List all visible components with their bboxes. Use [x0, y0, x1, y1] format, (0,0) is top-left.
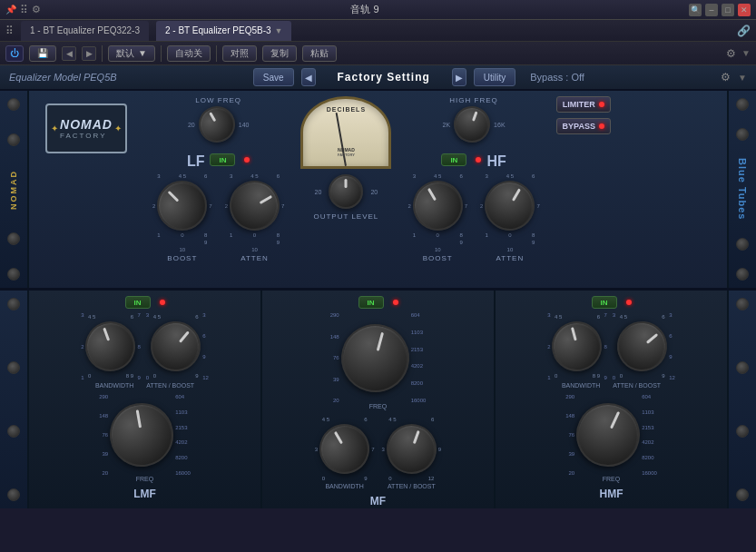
default-button[interactable]: 默认 ▼ — [108, 45, 155, 62]
screw-ll-2 — [7, 361, 20, 374]
low-freq-knob[interactable] — [191, 100, 241, 150]
lmf-bw-scale-right: 7 8 9 — [137, 312, 140, 380]
lmf-freq-scale-right: 604 1103 2153 4202 8200 16000 — [175, 394, 191, 476]
bypass-indicator — [599, 123, 604, 129]
logo-factory-text: FACTORY — [60, 132, 113, 140]
maximize-button[interactable]: □ — [722, 4, 734, 16]
upper-section: NOMAD ✦ NOMAD FACTORY — [0, 91, 756, 291]
paste-button[interactable]: 粘贴 — [302, 45, 337, 62]
utility-button[interactable]: Utility — [474, 68, 515, 86]
lmf-bandwidth-knob-col: 4 5 6 0 8 9 — [85, 314, 135, 379]
hmf-atten-label: ATTEN / BOOST — [613, 382, 661, 389]
copy-button[interactable]: 复制 — [262, 45, 297, 62]
lf-in-button[interactable]: IN — [210, 153, 235, 166]
mf-header: IN — [358, 296, 398, 309]
toolbar-separator3 — [216, 45, 217, 62]
mf-freq-knob[interactable] — [333, 316, 417, 399]
screw-top-left — [7, 98, 20, 111]
high-freq-knob[interactable] — [448, 101, 495, 147]
screw-ll-3 — [7, 425, 20, 438]
settings-icon-toolbar[interactable]: ⚙ — [726, 47, 736, 60]
hmf-in-button[interactable]: IN — [592, 296, 617, 309]
screw-top-right — [736, 98, 749, 111]
auto-off-button[interactable]: 自动关 — [167, 45, 211, 62]
high-freq-label: HIGH FREQ — [449, 96, 497, 104]
output-level-knob[interactable] — [329, 174, 363, 209]
hmf-atten-knob-col: 4 5 6 0 9 — [617, 314, 667, 379]
preset-next-button[interactable]: ▶ — [452, 68, 466, 86]
dropdown-settings-icon[interactable]: ▼ — [741, 48, 751, 58]
lmf-in-button[interactable]: IN — [125, 296, 151, 309]
hf-atten-knob[interactable] — [476, 172, 544, 240]
hf-knobs-row: 3 4 5 6 2 7 1 0 — [407, 173, 539, 262]
forward-button[interactable]: ▶ — [82, 46, 96, 61]
hmf-bandwidth-knob[interactable] — [546, 316, 607, 377]
hmf-freq-knob[interactable] — [566, 392, 651, 477]
lmf-freq-label: FREQ — [136, 476, 153, 482]
hmf-bw-scale-left: 3 2 1 — [547, 312, 550, 380]
mf-in-button[interactable]: IN — [358, 296, 384, 309]
close-button[interactable]: ✕ — [738, 4, 751, 16]
lmf-freq-knob[interactable] — [105, 398, 179, 471]
hmf-knob-labels: BANDWIDTH ATTEN / BOOST — [562, 382, 661, 389]
lmf-knobs: 3 2 1 4 5 6 0 8 9 — [81, 312, 209, 380]
plugin-header: Equalizer Model PEQ5B Save ◀ Factory Set… — [0, 65, 756, 91]
back-button[interactable]: ◀ — [62, 46, 76, 61]
lmf-bandwidth-group: 3 2 1 4 5 6 0 8 9 — [81, 312, 141, 380]
lower-section: IN 3 2 1 4 5 — [0, 291, 756, 508]
upper-content-area: ✦ NOMAD FACTORY ✦ LOW FREQ — [29, 91, 727, 288]
save-btn[interactable]: 💾 — [29, 45, 56, 62]
plugin-settings-dropdown[interactable]: ▼ — [738, 73, 747, 83]
mf-bandwidth-knob[interactable] — [310, 415, 378, 483]
pin-icon[interactable]: 📌 — [5, 5, 16, 15]
preset-save-button[interactable]: Save — [253, 68, 294, 86]
screw-ll-4 — [7, 488, 20, 501]
tab-dropdown-icon: ▼ — [275, 26, 283, 35]
power-button[interactable]: ⏻ — [5, 45, 24, 62]
window-title: 音轨 9 — [41, 3, 689, 16]
lf-boost-knob[interactable] — [147, 171, 218, 242]
lmf-atten-knob[interactable] — [141, 311, 211, 381]
lmf-freq-group: 290 148 76 39 20 604 1103 2153 4202 8200… — [99, 394, 191, 476]
vu-needle — [336, 113, 347, 166]
title-bar-controls: 🔍 – □ ✕ — [689, 4, 751, 16]
lmf-atten-group: 3 0 4 5 6 0 9 — [146, 312, 209, 380]
title-bar-left: 📌 ⠿ ⚙ — [5, 4, 41, 16]
plugin-settings-icon[interactable]: ⚙ — [721, 71, 731, 84]
output-min: 20 — [315, 189, 322, 195]
hf-atten-label: ATTEN — [496, 254, 525, 262]
lmf-header: IN — [125, 296, 165, 309]
mf-atten-group: 4 5 6 3 9 0 12 ATTEN / BOOST — [382, 417, 442, 489]
limiter-button[interactable]: LIMITER — [556, 96, 611, 113]
hmf-bandwidth-label: BANDWIDTH — [562, 382, 600, 389]
low-freq-label: LOW FREQ — [195, 96, 241, 104]
hf-section: HIGH FREQ 2K 16K IN HF — [398, 96, 548, 262]
lf-atten-knob[interactable] — [221, 172, 289, 240]
lf-section: LOW FREQ 20 140 LF IN — [143, 96, 293, 262]
preset-prev-button[interactable]: ◀ — [301, 68, 316, 86]
lmf-in-indicator — [160, 300, 165, 305]
logo-area: ✦ NOMAD FACTORY ✦ — [36, 96, 136, 161]
settings-icon-tb: ⚙ — [32, 4, 41, 15]
mf-atten-knob[interactable] — [379, 417, 443, 480]
minimize-button[interactable]: – — [705, 4, 718, 16]
hf-in-button[interactable]: IN — [441, 153, 466, 166]
bypass-button[interactable]: BYPASS — [556, 118, 611, 134]
hf-atten-group: 3 4 5 6 2 7 1 0 — [480, 173, 540, 262]
hmf-knobs: 3 2 1 4 5 6 0 8 9 — [547, 312, 675, 380]
tab-eq1[interactable]: 1 - BT Equalizer PEQ322-3 — [21, 21, 149, 41]
screw-bot-right — [736, 238, 749, 251]
hmf-atten-knob[interactable] — [607, 311, 677, 381]
compare-button[interactable]: 对照 — [222, 45, 257, 62]
hf-boost-knob[interactable] — [404, 172, 472, 240]
search-icon-tb[interactable]: 🔍 — [689, 4, 702, 16]
lf-knobs-row: 3 4 5 6 2 7 1 0 — [152, 173, 284, 262]
lmf-knob-labels: BANDWIDTH ATTEN / BOOST — [95, 382, 194, 389]
hf-in-indicator — [476, 157, 481, 163]
hmf-bandwidth-knob-col: 4 5 6 0 8 9 — [552, 314, 602, 379]
limiter-bypass-area: LIMITER BYPASS — [556, 96, 611, 134]
tab-eq2[interactable]: 2 - BT Equalizer PEQ5B-3 ▼ — [156, 21, 291, 41]
logo-box: ✦ NOMAD FACTORY ✦ — [45, 104, 127, 153]
screw-bot2-right — [736, 268, 749, 281]
lmf-bandwidth-knob[interactable] — [79, 314, 142, 378]
